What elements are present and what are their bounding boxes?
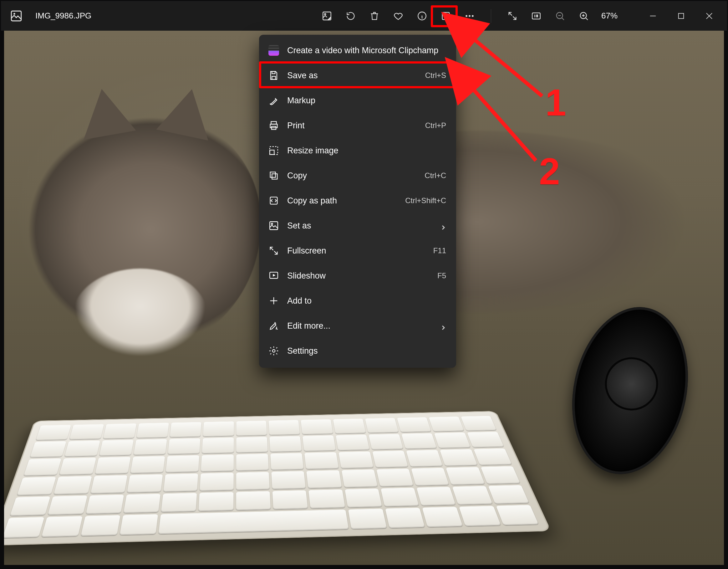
menu-item-copy-path[interactable]: Copy as path Ctrl+Shift+C [259, 188, 456, 213]
menu-accelerator: F5 [437, 271, 446, 280]
edit-more-icon [268, 321, 279, 331]
rotate-button[interactable] [339, 6, 362, 26]
menu-label: Edit more... [287, 321, 432, 331]
photo-keyboard [4, 411, 551, 546]
menu-label: Fullscreen [287, 246, 425, 256]
chevron-right-icon [440, 323, 446, 329]
copy-icon [268, 170, 279, 181]
menu-item-copy[interactable]: Copy Ctrl+C [259, 163, 456, 188]
menu-item-resize[interactable]: Resize image [259, 138, 456, 163]
filename-label: IMG_9986.JPG [35, 11, 91, 21]
markup-icon [268, 95, 279, 106]
menu-label: Slideshow [287, 271, 429, 281]
menu-accelerator: Ctrl+P [425, 121, 446, 130]
set-as-icon [268, 220, 279, 231]
photo-cat-chest [73, 268, 207, 363]
menu-item-save-as[interactable]: Save as Ctrl+S [259, 63, 456, 88]
menu-item-clipchamp[interactable]: Create a video with Microsoft Clipchamp [259, 38, 456, 63]
menu-item-slideshow[interactable]: Slideshow F5 [259, 263, 456, 288]
menu-label: Set as [287, 221, 432, 231]
clipchamp-icon [268, 45, 279, 56]
menu-accelerator: Ctrl+S [425, 71, 446, 80]
chevron-right-icon [440, 223, 446, 228]
menu-label: Settings [287, 346, 446, 356]
svg-point-1 [13, 13, 15, 15]
app-photos-icon [10, 9, 23, 23]
menu-item-set-as[interactable]: Set as [259, 213, 456, 238]
svg-point-24 [272, 350, 275, 353]
window-minimize-button[interactable] [639, 6, 666, 26]
menu-accelerator: Ctrl+Shift+C [405, 196, 446, 205]
menu-label: Print [287, 121, 417, 130]
info-button[interactable] [411, 6, 433, 26]
annotation-number-2: 2 [539, 150, 560, 193]
svg-point-6 [466, 15, 467, 17]
svg-point-8 [472, 15, 474, 17]
menu-label: Copy as path [287, 196, 397, 206]
menu-item-add-to[interactable]: Add to [259, 288, 456, 313]
svg-rect-19 [270, 172, 276, 177]
annotation-number-1: 1 [545, 81, 566, 124]
menu-label: Add to [287, 296, 446, 306]
svg-rect-21 [270, 221, 278, 230]
titlebar: IMG_9986.JPG [1, 1, 727, 31]
gear-icon [268, 346, 279, 356]
menu-accelerator: Ctrl+C [425, 171, 446, 180]
fullscreen-icon [268, 245, 279, 256]
actual-size-button[interactable] [525, 6, 547, 26]
svg-rect-18 [272, 174, 277, 179]
copy-path-icon [268, 195, 279, 206]
save-icon [268, 70, 279, 81]
photo-cat-ear [75, 84, 136, 140]
menu-label: Save as [287, 71, 417, 80]
zoom-out-button[interactable] [549, 6, 571, 26]
menu-label: Resize image [287, 146, 446, 155]
zoom-percentage-label[interactable]: 67% [596, 11, 623, 21]
more-button[interactable] [458, 6, 481, 26]
print-icon [268, 120, 279, 131]
menu-label: Markup [287, 96, 446, 105]
toolbar-zoom: 67% [501, 6, 623, 26]
toolbar-center [316, 6, 481, 26]
svg-rect-16 [270, 146, 278, 155]
menu-item-markup[interactable]: Markup [259, 88, 456, 113]
menu-item-settings[interactable]: Settings [259, 338, 456, 363]
svg-rect-17 [270, 150, 274, 155]
edit-image-button[interactable] [316, 6, 338, 26]
delete-button[interactable] [363, 6, 386, 26]
zoom-in-button[interactable] [573, 6, 595, 26]
svg-rect-12 [679, 13, 684, 18]
menu-label: Create a video with Microsoft Clipchamp [287, 46, 446, 55]
svg-rect-0 [11, 11, 21, 21]
svg-point-22 [271, 223, 272, 224]
plus-icon [268, 296, 279, 306]
menu-item-print[interactable]: Print Ctrl+P [259, 113, 456, 138]
menu-item-fullscreen[interactable]: Fullscreen F11 [259, 238, 456, 263]
menu-accelerator: F11 [433, 246, 446, 255]
slideshow-icon [268, 270, 279, 281]
resize-icon [268, 145, 279, 156]
window-controls [639, 6, 723, 26]
menu-label: Copy [287, 171, 416, 180]
window-maximize-button[interactable] [668, 6, 695, 26]
window-close-button[interactable] [696, 6, 723, 26]
svg-point-3 [324, 13, 326, 15]
context-menu: Create a video with Microsoft Clipchamp … [259, 35, 456, 368]
menu-item-edit-more[interactable]: Edit more... [259, 313, 456, 338]
svg-rect-9 [532, 13, 540, 19]
share-button[interactable] [435, 6, 457, 26]
svg-rect-13 [271, 121, 277, 124]
fullscreen-toggle-button[interactable] [501, 6, 524, 26]
toolbar-separator [491, 9, 491, 23]
svg-point-7 [469, 15, 471, 17]
favorite-button[interactable] [387, 6, 410, 26]
